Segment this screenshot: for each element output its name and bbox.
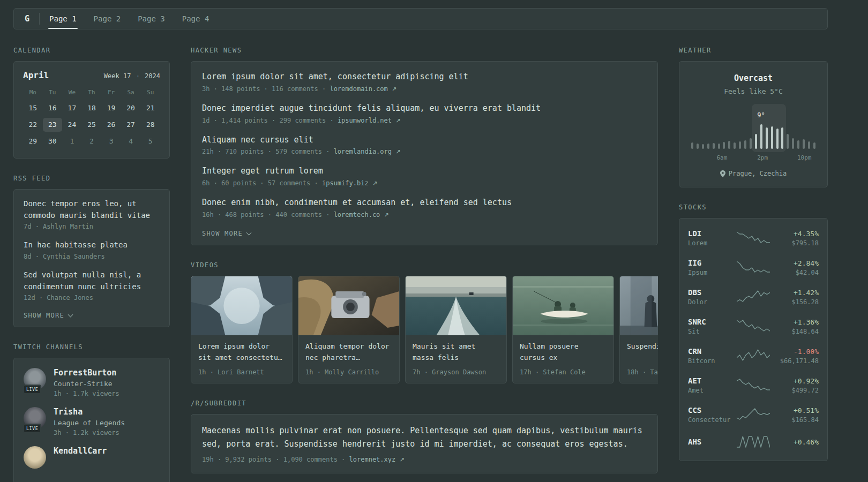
page-tab[interactable]: Page 4 [182,9,209,29]
calendar-day[interactable]: 15 [23,101,43,115]
hn-item-domain[interactable]: loremlandia.org [334,148,396,155]
stock-row[interactable]: CRN Bitcorn -1.00% $66,171.48 [688,341,819,371]
calendar-day[interactable]: 3 [101,134,121,148]
video-title[interactable]: Aliquam tempor dolor nec pharetra… [305,341,392,364]
page-tab[interactable]: Page 1 [49,9,77,29]
calendar-day[interactable]: 21 [140,101,160,115]
logo[interactable]: G [25,14,29,24]
hn-item-domain[interactable]: loremtech.co [334,211,384,219]
weather-time-label: 6am [717,154,728,161]
calendar-year: 2024 [145,72,160,80]
video-title[interactable]: Mauris sit amet massa felis [413,341,499,364]
stock-row[interactable]: AET Amet +0.92% $499.72 [688,371,819,400]
calendar-day[interactable]: 23 [43,118,63,132]
calendar-widget: CALENDAR April Week 17 · 2024 MoTuWeThFr… [13,47,170,159]
calendar-day[interactable]: 24 [62,118,82,132]
hn-item-title[interactable]: Aliquam nec cursus elit [202,134,647,146]
twitch-channel-name[interactable]: KendallCarr [54,446,107,456]
twitch-channel-viewers: 3h · 1.2k viewers [54,429,125,436]
stock-name: Bitcorn [688,357,734,365]
stock-row[interactable]: IIG Ipsum +2.84% $42.04 [688,253,819,282]
video-title[interactable]: Nullam posuere cursus ex [520,341,607,364]
hn-item: Integer eget rutrum lorem 6h · 60 points… [202,165,647,187]
twitch-channel-name[interactable]: ForrestBurton [54,368,119,378]
weather-bar [776,129,779,149]
calendar-day[interactable]: 22 [23,118,43,132]
hn-item-domain[interactable]: loremdomain.com [330,85,392,93]
stock-right: +1.36% $148.64 [773,318,819,335]
avatar[interactable]: LIVE [24,407,46,430]
stock-change: +4.35% [773,230,819,238]
video-thumbnail[interactable] [298,276,399,335]
video-card: Suspendisse diam 18h · Tara [619,276,658,383]
stock-row[interactable]: SNRC Sit +1.36% $148.64 [688,312,819,341]
rss-show-more-button[interactable]: SHOW MORE [24,312,72,319]
calendar-day[interactable]: 30 [43,134,63,148]
hn-item-domain[interactable]: ipsumworld.net [338,117,395,124]
calendar-day[interactable]: 19 [101,101,121,115]
rss-item-title[interactable]: Donec tempor eros leo, ut commodo mauris… [24,198,160,221]
hn-item: Aliquam nec cursus elit 21h · 710 points… [202,134,647,156]
subreddit-post-domain[interactable]: loremnet.xyz [349,456,400,463]
stock-name: Dolor [688,298,734,306]
thumb-foggy-figure [620,276,658,335]
videos-section-title: VIDEOS [191,261,658,269]
hn-item-stats: 3h · 148 points · 116 comments · [202,85,330,93]
video-thumbnail[interactable] [620,276,658,335]
dashboard-columns: CALENDAR April Week 17 · 2024 MoTuWeThFr… [13,47,828,482]
twitch-channel-name[interactable]: Trisha [54,407,125,417]
calendar-week-number: Week 17 [104,72,131,80]
hn-item-title[interactable]: Donec imperdiet augue tincidunt felis al… [202,103,647,115]
rss-item-title[interactable]: In hac habitasse platea [24,239,160,251]
calendar-day[interactable]: 25 [82,118,102,132]
calendar-day[interactable]: 2 [82,134,102,148]
weather-bars [691,108,815,149]
page-tab[interactable]: Page 3 [138,9,165,29]
stock-row[interactable]: DBS Dolor +1.42% $156.28 [688,282,819,312]
stock-row[interactable]: LDI Lorem +4.35% $795.18 [688,223,819,253]
calendar-day[interactable]: 18 [82,101,102,115]
stock-row[interactable]: CCS Consectetur +0.51% $165.84 [688,400,819,430]
live-badge: LIVE [23,424,41,433]
stock-right: +0.92% $499.72 [773,377,819,394]
video-thumbnail[interactable] [191,276,292,335]
calendar-day[interactable]: 1 [62,134,82,148]
stock-sparkline [737,319,770,334]
video-thumbnail[interactable] [406,276,506,335]
stock-price: $156.28 [773,298,819,306]
stock-sparkline [737,408,770,422]
twitch-card: LIVE ForrestBurton Counter-Strike 1h · 1… [13,358,170,482]
calendar-weekday-label: Fr [101,89,121,96]
twitch-channel-row: LIVE Trisha League of Legends 3h · 1.2k … [24,407,160,436]
hn-item-title[interactable]: Lorem ipsum dolor sit amet, consectetur … [202,71,647,83]
rss-item-title[interactable]: Sed volutpat nulla nisl, a condimentum n… [24,269,160,292]
calendar-day[interactable]: 27 [121,118,141,132]
video-thumbnail[interactable] [513,276,613,335]
calendar-day[interactable]: 20 [121,101,141,115]
hn-item-stats: 1d · 1,414 points · 299 comments · [202,117,338,124]
stock-left: LDI Lorem [688,229,734,247]
hn-item-title[interactable]: Integer eget rutrum lorem [202,165,647,177]
avatar[interactable] [24,446,46,469]
avatar[interactable]: LIVE [24,368,46,390]
calendar-day[interactable]: 29 [23,134,43,148]
calendar-day[interactable]: 5 [140,134,160,148]
page-tab[interactable]: Page 2 [94,9,121,29]
calendar-day[interactable]: 28 [140,118,160,132]
calendar-day[interactable]: 4 [121,134,141,148]
calendar-card: April Week 17 · 2024 MoTuWeThFrSaSu 1516… [13,61,170,159]
hn-item-domain[interactable]: ipsumify.biz [322,179,372,187]
hn-show-more-button[interactable]: SHOW MORE [202,230,251,237]
weather-bar [697,144,699,149]
stocks-section-title: STOCKS [679,204,828,211]
stock-row[interactable]: AHS +0.46% [688,430,819,456]
video-title[interactable]: Suspendisse diam [627,341,658,364]
calendar-day[interactable]: 26 [101,118,121,132]
weather-hourly-chart: 9° [691,108,815,149]
calendar-day[interactable]: 17 [62,101,82,115]
hn-item-title[interactable]: Donec enim nibh, condimentum et accumsan… [202,197,647,209]
video-title[interactable]: Lorem ipsum dolor sit amet consectetu… [198,341,285,364]
calendar-day[interactable]: 16 [43,101,63,115]
weather-bar [771,126,773,149]
subreddit-post-title[interactable]: Maecenas mollis pulvinar erat non posuer… [202,424,647,451]
